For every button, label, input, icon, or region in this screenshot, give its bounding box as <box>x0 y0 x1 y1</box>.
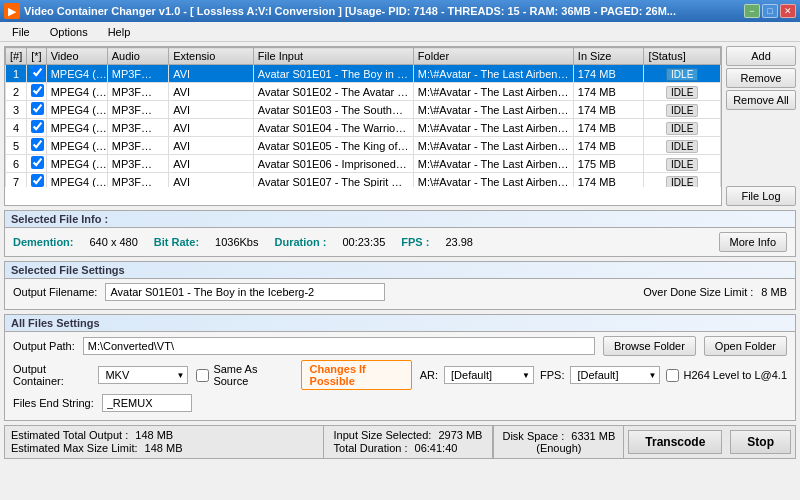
duration-value: 00:23:35 <box>342 236 385 248</box>
row-checkbox-cell[interactable] <box>27 173 46 188</box>
estimated-max-row: Estimated Max Size Limit: 148 MB <box>11 442 317 454</box>
close-button[interactable]: ✕ <box>780 4 796 18</box>
h264-checkbox[interactable] <box>666 369 679 382</box>
row-video: MPEG4 (… <box>46 65 107 83</box>
selected-file-settings-panel: Selected File Settings Output Filename: … <box>4 261 796 310</box>
duration-label: Duration : <box>275 236 327 248</box>
table-row[interactable]: 3 MPEG4 (… MP3F… AVI Avatar S01E03 - The… <box>6 101 721 119</box>
row-input: Avatar S01E06 - Imprisoned.avi <box>253 155 413 173</box>
row-status: IDLE <box>644 173 721 188</box>
row-size: 174 MB <box>573 83 644 101</box>
output-filename-input[interactable] <box>105 283 385 301</box>
files-end-input[interactable] <box>102 394 192 412</box>
row-checkbox[interactable] <box>31 66 44 79</box>
same-as-source-label[interactable]: Same As Source <box>196 363 284 387</box>
row-audio: MP3F… <box>107 173 168 188</box>
output-container-select[interactable]: MKVAVIMP4MOV <box>98 366 188 384</box>
table-scroll[interactable]: [#] [*] Video Audio Extensio File Input … <box>5 47 721 187</box>
row-checkbox-cell[interactable] <box>27 101 46 119</box>
h264-label[interactable]: H264 Level to L@4.1 <box>666 369 787 382</box>
row-num: 3 <box>6 101 27 119</box>
row-checkbox[interactable] <box>31 174 44 187</box>
input-size-value: 2973 MB <box>438 429 482 441</box>
row-folder: M:\#Avatar - The Last Airbender DivX 4… <box>413 83 573 101</box>
menu-file[interactable]: File <box>4 24 38 40</box>
fps-select-container: [Default]23.976242529.9730 ▼ <box>570 366 660 384</box>
col-header-size: In Size <box>573 48 644 65</box>
row-checkbox-cell[interactable] <box>27 65 46 83</box>
title-bar-text: Video Container Changer v1.0 - [ Lossles… <box>24 5 740 17</box>
file-table-section: [#] [*] Video Audio Extensio File Input … <box>4 46 796 206</box>
row-num: 4 <box>6 119 27 137</box>
row-checkbox[interactable] <box>31 156 44 169</box>
row-ext: AVI <box>169 173 254 188</box>
row-checkbox[interactable] <box>31 102 44 115</box>
row-ext: AVI <box>169 155 254 173</box>
row-checkbox-cell[interactable] <box>27 83 46 101</box>
row-checkbox[interactable] <box>31 84 44 97</box>
col-header-input: File Input <box>253 48 413 65</box>
row-input: Avatar S01E05 - The King of Omashu.avi <box>253 137 413 155</box>
col-header-status: [Status] <box>644 48 721 65</box>
row-audio: MP3F… <box>107 65 168 83</box>
disk-space-value: 6331 MB <box>571 430 615 442</box>
row-ext: AVI <box>169 119 254 137</box>
changes-box: Changes If Possible <box>301 360 412 390</box>
row-checkbox[interactable] <box>31 138 44 151</box>
table-row[interactable]: 5 MPEG4 (… MP3F… AVI Avatar S01E05 - The… <box>6 137 721 155</box>
output-container-label: Output Container: <box>13 363 90 387</box>
table-row[interactable]: 7 MPEG4 (… MP3F… AVI Avatar S01E07 - The… <box>6 173 721 188</box>
disk-space-row: Disk Space : 6331 MB <box>502 430 615 442</box>
h264-text: H264 Level to L@4.1 <box>683 369 787 381</box>
remove-button[interactable]: Remove <box>726 68 796 88</box>
minimize-button[interactable]: − <box>744 4 760 18</box>
browse-folder-button[interactable]: Browse Folder <box>603 336 696 356</box>
more-info-button[interactable]: More Info <box>719 232 787 252</box>
table-buttons: Add Remove Remove All File Log <box>726 46 796 206</box>
menu-help[interactable]: Help <box>100 24 139 40</box>
maximize-button[interactable]: □ <box>762 4 778 18</box>
row-checkbox[interactable] <box>31 120 44 133</box>
table-row[interactable]: 1 MPEG4 (… MP3F… AVI Avatar S01E01 - The… <box>6 65 721 83</box>
ar-select-container: [Default]4:316:9Auto ▼ <box>444 366 534 384</box>
selected-file-info-panel: Selected File Info : Demention: 640 x 48… <box>4 210 796 257</box>
row-checkbox-cell[interactable] <box>27 137 46 155</box>
table-row[interactable]: 6 MPEG4 (… MP3F… AVI Avatar S01E06 - Imp… <box>6 155 721 173</box>
col-header-video: Video <box>46 48 107 65</box>
row-checkbox-cell[interactable] <box>27 155 46 173</box>
open-folder-button[interactable]: Open Folder <box>704 336 787 356</box>
col-header-ext: Extensio <box>169 48 254 65</box>
remove-all-button[interactable]: Remove All <box>726 90 796 110</box>
file-table-container: [#] [*] Video Audio Extensio File Input … <box>4 46 722 206</box>
same-as-source-checkbox[interactable] <box>196 369 209 382</box>
row-audio: MP3F… <box>107 155 168 173</box>
col-header-num: [#] <box>6 48 27 65</box>
output-container-select-container: MKVAVIMP4MOV ▼ <box>98 366 188 384</box>
selected-file-info-content: Demention: 640 x 480 Bit Rate: 1036Kbs D… <box>5 228 795 256</box>
total-duration-value: 06:41:40 <box>415 442 458 454</box>
file-log-button[interactable]: File Log <box>726 186 796 206</box>
row-num: 7 <box>6 173 27 188</box>
table-row[interactable]: 2 MPEG4 (… MP3F… AVI Avatar S01E02 - The… <box>6 83 721 101</box>
fps-select[interactable]: [Default]23.976242529.9730 <box>570 366 660 384</box>
file-table: [#] [*] Video Audio Extensio File Input … <box>5 47 721 187</box>
all-files-settings-header: All Files Settings <box>5 315 795 332</box>
row-checkbox-cell[interactable] <box>27 119 46 137</box>
table-row[interactable]: 4 MPEG4 (… MP3F… AVI Avatar S01E04 - The… <box>6 119 721 137</box>
add-button[interactable]: Add <box>726 46 796 66</box>
ar-fps-row: AR: [Default]4:316:9Auto ▼ FPS: [Default… <box>420 366 787 384</box>
row-size: 174 MB <box>573 173 644 188</box>
bottom-left-stats: Estimated Total Output : 148 MB Estimate… <box>5 426 323 458</box>
row-folder: M:\#Avatar - The Last Airbender DivX 4… <box>413 101 573 119</box>
transcode-button[interactable]: Transcode <box>628 430 722 454</box>
output-path-input[interactable] <box>83 337 595 355</box>
menu-options[interactable]: Options <box>42 24 96 40</box>
row-ext: AVI <box>169 137 254 155</box>
ar-select[interactable]: [Default]4:316:9Auto <box>444 366 534 384</box>
title-bar-buttons: − □ ✕ <box>744 4 796 18</box>
row-num: 1 <box>6 65 27 83</box>
stop-button[interactable]: Stop <box>730 430 791 454</box>
main-content: [#] [*] Video Audio Extensio File Input … <box>0 42 800 500</box>
selected-file-settings-header: Selected File Settings <box>5 262 795 279</box>
container-left: Output Container: MKVAVIMP4MOV ▼ Same As… <box>13 360 412 390</box>
